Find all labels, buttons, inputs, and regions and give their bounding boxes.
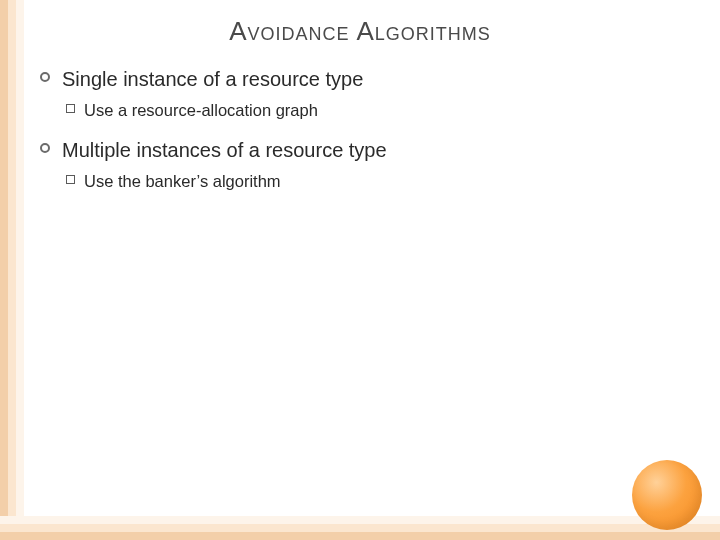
- sub-list-item: Use the banker’s algorithm: [66, 170, 690, 192]
- accent-band-light: [16, 0, 24, 540]
- list-item-text: Multiple instances of a resource type: [62, 137, 387, 164]
- accent-band-dark: [0, 0, 8, 540]
- ring-bullet-icon: [40, 143, 50, 153]
- accent-band-mid: [8, 0, 16, 540]
- slide-body: Single instance of a resource type Use a…: [40, 66, 690, 209]
- sub-list-item-text: Use a resource-allocation graph: [84, 99, 318, 121]
- left-accent-rail: [0, 0, 24, 540]
- bottom-accent-rail: [0, 516, 720, 540]
- list-item-text: Single instance of a resource type: [62, 66, 363, 93]
- list-item: Multiple instances of a resource type: [40, 137, 690, 164]
- square-bullet-icon: [66, 104, 75, 113]
- sub-list-item-text: Use the banker’s algorithm: [84, 170, 281, 192]
- sub-list-item: Use a resource-allocation graph: [66, 99, 690, 121]
- slide-title: Avoidance Algorithms: [0, 16, 720, 47]
- ring-bullet-icon: [40, 72, 50, 82]
- square-bullet-icon: [66, 175, 75, 184]
- accent-band-light: [0, 516, 720, 524]
- accent-band-dark: [0, 532, 720, 540]
- decorative-circle: [632, 460, 702, 530]
- accent-band-mid: [0, 524, 720, 532]
- list-item: Single instance of a resource type: [40, 66, 690, 93]
